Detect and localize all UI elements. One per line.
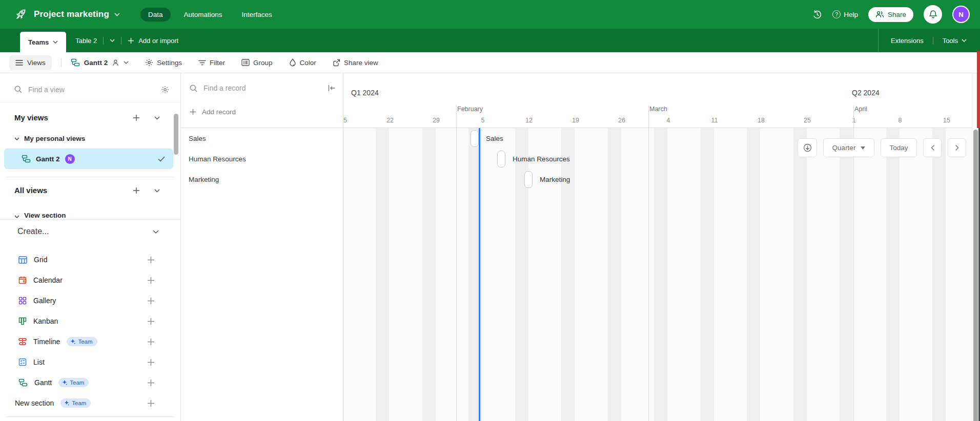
my-views-chevron-down-icon[interactable] [154,116,160,120]
date-tick: 15 [943,117,950,124]
nav-automations[interactable]: Automations [178,8,229,22]
record-row-sales[interactable]: Sales [181,128,343,149]
create-timeline-plus-icon[interactable] [147,338,155,346]
app-title-chevron-down-icon[interactable] [114,13,120,16]
sidebar-view-gantt-2[interactable]: Gantt 2 N [4,149,173,169]
create-item-label: Grid [34,256,47,264]
view-settings-gear-icon[interactable] [161,86,169,94]
collapse-panel-icon[interactable] [328,85,336,92]
gantt-view-icon [22,155,31,163]
tools-label: Tools [943,37,958,45]
avatar[interactable]: N [952,6,970,23]
help-button[interactable]: ? Help [832,10,858,18]
create-item-grid[interactable]: Grid [18,249,162,270]
create-gallery-plus-icon[interactable] [147,297,155,305]
create-grid-plus-icon[interactable] [147,256,155,264]
tables-chevron-down-icon[interactable] [110,39,115,42]
grid-icon [18,256,27,264]
weekend-band [932,128,946,421]
create-chevron-down-icon[interactable] [153,230,159,234]
create-gantt-plus-icon[interactable] [147,379,155,387]
gantt-bar-marketing[interactable] [524,171,533,188]
current-view-label: Gantt 2 [84,59,108,67]
weekend-band [840,128,853,421]
create-item-label: Kanban [33,317,58,325]
add-record-button[interactable]: Add record [190,108,236,116]
views-button[interactable]: Views [9,55,52,70]
date-tick: 22 [386,117,394,124]
prev-period-button[interactable] [923,138,942,157]
views-label: Views [27,59,46,67]
app-title[interactable]: Project marketing [34,9,109,19]
section-chevron-down-icon [14,137,19,140]
plus-icon [190,109,196,115]
gantt-icon [18,378,28,387]
month-label-february: February [457,106,483,113]
group-label: Group [253,59,273,67]
window-edge-red-strip [977,51,980,128]
today-line [479,128,480,421]
record-name: Sales [189,135,206,142]
create-item-list[interactable]: List [18,352,162,372]
personal-views-section[interactable]: My personal views [14,135,85,142]
nav-interfaces[interactable]: Interfaces [236,8,278,22]
create-item-gallery[interactable]: Gallery [18,290,162,311]
create-calendar-plus-icon[interactable] [147,277,155,284]
create-new-section-plus-icon[interactable] [147,399,155,407]
sidebar-divider [6,177,174,177]
record-row-marketing[interactable]: Marketing [181,169,343,190]
nav-data[interactable]: Data [140,8,171,22]
toolbar-separator [61,58,62,67]
month-label-march: March [649,106,667,113]
current-view-button[interactable]: Gantt 2 [71,58,129,67]
date-tick: 18 [758,117,765,124]
sidebar-scrollbar-thumb[interactable] [174,114,178,155]
all-views-chevron-down-icon[interactable] [154,189,160,193]
add-or-import-button[interactable]: Add or import [128,37,178,45]
next-period-button[interactable] [948,138,966,157]
gantt-timeline-panel: Q1 2024 Q2 2024 February March April 15 … [343,73,980,421]
create-list-plus-icon[interactable] [147,359,155,366]
table-tab-bar: Teams Table 2 Add or import Extensions T… [0,29,980,52]
window-scrollbar-thumb[interactable] [973,130,978,421]
notifications-button[interactable] [924,5,942,24]
tools-button[interactable]: Tools [943,37,967,45]
share-button[interactable]: Share [868,7,913,22]
color-button[interactable]: Color [289,58,316,67]
jump-to-bars-button[interactable] [798,138,817,157]
create-item-timeline[interactable]: Timeline Team [18,331,162,352]
month-boundary-line [456,105,457,421]
create-item-kanban[interactable]: Kanban [18,311,162,331]
quarter-label-q2: Q2 2024 [852,89,880,97]
rocket-logo-icon[interactable] [14,8,28,21]
history-icon[interactable] [812,10,822,19]
gantt-bar-sales[interactable] [471,130,479,147]
create-item-new-section[interactable]: New section Team [15,393,158,413]
extensions-button[interactable]: Extensions [891,37,924,45]
group-button[interactable]: Group [241,59,273,67]
add-all-view-plus-icon[interactable] [133,187,140,194]
date-tick: 15 [343,117,347,124]
clipped-view-section[interactable]: View section [14,212,163,219]
settings-button[interactable]: Settings [145,58,182,67]
find-record-input[interactable] [203,84,321,92]
today-button[interactable]: Today [881,138,917,157]
create-item-calendar[interactable]: Calendar [18,270,162,290]
tab-teams[interactable]: Teams [20,32,66,52]
tab-table-2[interactable]: Table 2 [75,37,97,45]
zoom-level-dropdown[interactable]: Quarter [823,138,874,157]
create-kanban-plus-icon[interactable] [147,318,155,325]
gantt-body[interactable]: Sales Human Resources Marketing [343,128,980,421]
personal-views-label: My personal views [24,135,85,142]
add-view-plus-icon[interactable] [133,114,140,121]
timeline-icon [18,338,27,346]
record-row-human-resources[interactable]: Human Resources [181,149,343,169]
top-app-bar: Project marketing Data Automations Inter… [0,0,980,29]
find-view-input[interactable] [28,86,155,94]
date-tick: 12 [525,117,533,124]
create-item-gantt[interactable]: Gantt Team [18,372,162,393]
tools-chevron-down-icon [962,39,967,42]
share-view-button[interactable]: Share view [333,59,378,67]
gantt-bar-human-resources[interactable] [497,151,505,167]
filter-button[interactable]: Filter [198,59,225,67]
